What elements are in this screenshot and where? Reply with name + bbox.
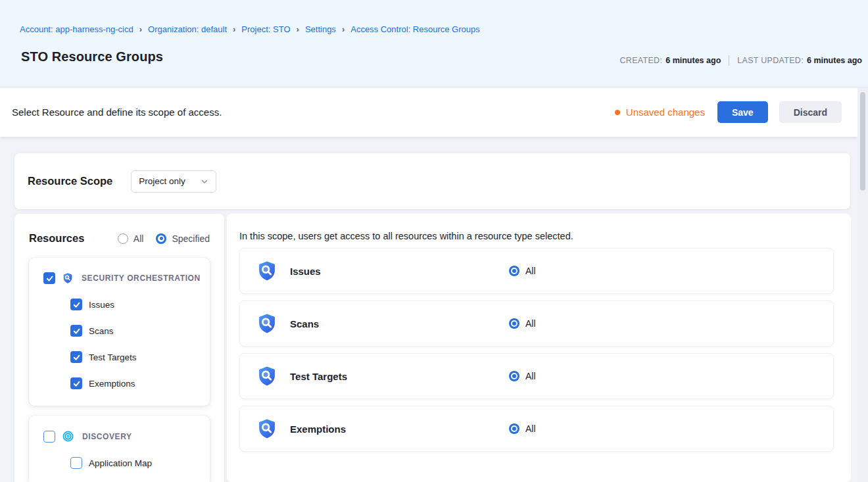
checkbox-discovery[interactable]	[43, 431, 55, 443]
resource-row-scans[interactable]: Scans	[70, 325, 203, 337]
vertical-scrollbar-thumb[interactable]	[860, 92, 865, 191]
header-meta: CREATED: 6 minutes ago LAST UPDATED: 6 m…	[620, 55, 862, 66]
chevron-right-icon: ›	[297, 24, 299, 34]
access-all-label: All	[525, 318, 536, 329]
check-icon	[72, 326, 82, 336]
resource-row-issues[interactable]: Issues	[70, 299, 203, 310]
resource-row-application-map[interactable]: Application Map	[70, 457, 203, 469]
group-label: SECURITY ORCHESTRATION	[82, 274, 201, 283]
resources-sidebar: Resources All Specified SECURITY ORCHEST…	[14, 214, 224, 482]
resource-card-title: Issues	[290, 266, 509, 277]
created-label: CREATED:	[620, 56, 663, 65]
access-radio-all: All	[509, 318, 536, 329]
sto-shield-icon	[256, 365, 278, 387]
chevron-right-icon: ›	[139, 24, 142, 34]
breadcrumb-settings-link[interactable]: Settings	[305, 24, 336, 34]
resource-card-title: Exemptions	[290, 423, 509, 435]
page-header: Account: app-harness-ng-cicd › Organizat…	[0, 0, 868, 87]
resource-label[interactable]: Application Map	[89, 458, 152, 468]
vertical-scrollbar-track[interactable]	[857, 87, 868, 482]
group-label: DISCOVERY	[82, 432, 132, 441]
resources-title: Resources	[29, 232, 84, 245]
resource-row-exemptions[interactable]: Exemptions	[70, 377, 203, 389]
checkbox-application-map[interactable]	[70, 457, 82, 469]
checkbox-test-targets[interactable]	[70, 351, 82, 363]
save-button[interactable]: Save	[717, 101, 768, 123]
scope-detail-panel: In this scope, users get access to all r…	[227, 214, 851, 482]
resources-header: Resources All Specified	[14, 214, 224, 245]
resource-card-issues: Issues All	[239, 248, 834, 294]
chevron-right-icon: ›	[233, 24, 235, 34]
resource-card-exemptions: Exemptions All	[239, 406, 834, 452]
sto-shield-icon	[256, 312, 278, 335]
breadcrumb-organization-link[interactable]: Organization: default	[148, 24, 227, 34]
resource-row-test-targets[interactable]: Test Targets	[70, 351, 203, 363]
resource-scope-selected-value: Project only	[139, 176, 185, 186]
check-icon	[45, 274, 55, 283]
access-radio-all: All	[509, 371, 536, 381]
chevron-right-icon: ›	[342, 24, 345, 34]
group-header-row[interactable]: SECURITY ORCHESTRATION	[43, 272, 203, 284]
discard-button[interactable]: Discard	[779, 101, 842, 123]
chevron-down-icon	[201, 178, 208, 185]
check-icon	[72, 379, 82, 389]
meta-divider	[729, 55, 729, 66]
radio-specified[interactable]: Specified	[156, 233, 210, 244]
checkbox-scans[interactable]	[70, 325, 82, 337]
access-all-label: All	[525, 423, 536, 434]
breadcrumb-access-control-link[interactable]: Access Control: Resource Groups	[350, 24, 480, 34]
unsaved-changes-status: Unsaved changes	[615, 107, 705, 118]
check-icon	[72, 300, 82, 310]
breadcrumb-project-link[interactable]: Project: STO	[241, 24, 290, 34]
resource-scope-panel: Resource Scope Project only	[14, 153, 850, 209]
access-all-label: All	[525, 371, 536, 381]
sto-shield-icon	[256, 260, 278, 282]
checkbox-exemptions[interactable]	[70, 377, 82, 389]
resource-label[interactable]: Exemptions	[89, 379, 135, 389]
group-discovery: DISCOVERY Application Map	[29, 416, 210, 482]
radio-all-label[interactable]: All	[133, 233, 144, 244]
radio-on-icon[interactable]	[156, 233, 166, 244]
created-value: 6 minutes ago	[665, 56, 721, 65]
resource-label[interactable]: Test Targets	[89, 352, 137, 362]
radio-on-icon[interactable]	[509, 371, 519, 381]
discovery-icon	[62, 430, 74, 443]
resource-card-test-targets: Test Targets All	[239, 353, 834, 399]
breadcrumb-account-link[interactable]: Account: app-harness-ng-cicd	[20, 24, 133, 34]
checkbox-security-orchestration[interactable]	[43, 272, 55, 284]
page-title: STO Resource Groups	[21, 49, 163, 64]
access-radio-all: All	[509, 266, 536, 276]
action-toolbar: Select Resource and define its scope of …	[0, 87, 857, 137]
radio-on-icon[interactable]	[509, 266, 519, 276]
group-header-row[interactable]: DISCOVERY	[43, 430, 203, 443]
last-updated-label: LAST UPDATED:	[737, 56, 804, 65]
access-radio-all: All	[509, 423, 536, 434]
sto-shield-icon	[256, 418, 278, 440]
scope-description: In this scope, users get access to all r…	[239, 231, 834, 241]
radio-on-icon[interactable]	[509, 318, 519, 329]
access-all-label: All	[525, 266, 536, 276]
resource-label[interactable]: Scans	[89, 326, 114, 336]
check-icon	[72, 352, 82, 362]
radio-all[interactable]: All	[118, 233, 144, 244]
checkbox-issues[interactable]	[70, 299, 82, 310]
last-updated-value: 6 minutes ago	[807, 56, 862, 65]
group-security-orchestration: SECURITY ORCHESTRATION Issues Scans Test…	[29, 258, 210, 406]
radio-off-icon[interactable]	[118, 233, 128, 244]
toolbar-description: Select Resource and define its scope of …	[12, 107, 222, 118]
resource-label[interactable]: Issues	[89, 300, 114, 310]
unsaved-dot-icon	[615, 110, 620, 115]
resource-scope-label: Resource Scope	[28, 175, 112, 187]
resources-filter-radios: All Specified	[118, 233, 210, 244]
unsaved-changes-text: Unsaved changes	[626, 107, 705, 118]
resource-card-title: Scans	[290, 318, 509, 329]
resource-scope-dropdown[interactable]: Project only	[131, 170, 216, 193]
resource-card-title: Test Targets	[290, 371, 509, 382]
breadcrumb: Account: app-harness-ng-cicd › Organizat…	[20, 24, 480, 34]
radio-on-icon[interactable]	[509, 423, 519, 434]
radio-specified-label[interactable]: Specified	[172, 233, 210, 244]
sto-shield-icon	[62, 272, 74, 284]
resource-card-scans: Scans All	[239, 301, 834, 347]
